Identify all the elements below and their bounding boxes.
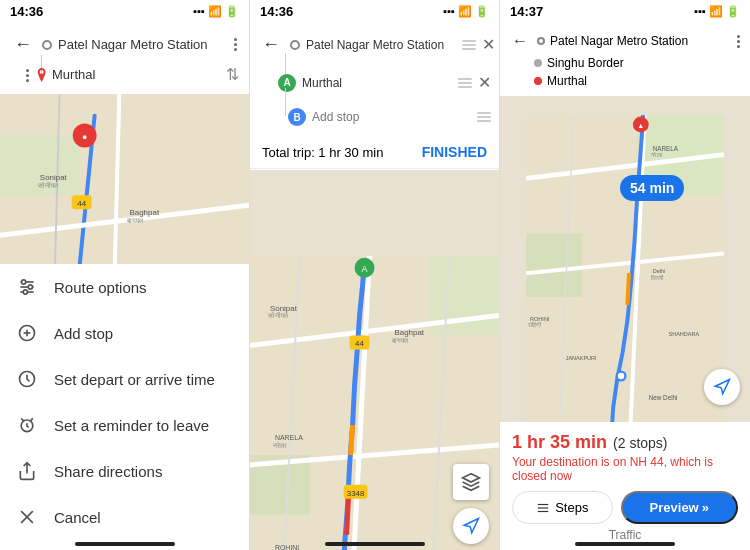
drag-handle-2 xyxy=(462,40,476,50)
svg-text:3348: 3348 xyxy=(347,489,365,498)
to-input-1[interactable] xyxy=(52,67,220,82)
clock-icon xyxy=(16,368,38,390)
from-input-2[interactable] xyxy=(306,38,456,52)
svg-text:●: ● xyxy=(82,132,87,142)
menu-addstop-label: Add stop xyxy=(54,325,113,342)
svg-text:ROHINI: ROHINI xyxy=(275,544,299,550)
to-input-2[interactable] xyxy=(302,76,452,90)
svg-text:नरेला: नरेला xyxy=(650,151,663,158)
layers-button-2[interactable] xyxy=(453,464,489,500)
nav-button-2[interactable] xyxy=(453,508,489,544)
signal-icon: ▪▪▪ xyxy=(193,5,205,17)
menu-depart-label: Set depart or arrive time xyxy=(54,371,215,388)
traffic-bar: Traffic xyxy=(512,524,738,544)
navigate-icon-3 xyxy=(713,378,731,396)
more-menu-1[interactable] xyxy=(232,36,239,53)
directions-header-2: ← ✕ A ✕ B xyxy=(250,22,499,136)
svg-text:ROHINI: ROHINI xyxy=(530,316,550,322)
more-menu-3[interactable] xyxy=(735,33,742,50)
status-icons-2: ▪▪▪ 📶 🔋 xyxy=(443,5,489,18)
preview-label: Preview xyxy=(650,500,699,515)
stop2-icon xyxy=(534,59,542,67)
svg-point-25 xyxy=(28,285,32,289)
time-2: 14:36 xyxy=(260,4,293,19)
waypoint-a: A xyxy=(278,74,296,92)
steps-button[interactable]: Steps xyxy=(512,491,613,524)
svg-text:44: 44 xyxy=(355,339,364,348)
drag-handle-4 xyxy=(477,112,491,122)
svg-text:नरेला: नरेला xyxy=(272,441,287,449)
battery-icon-3: 🔋 xyxy=(726,5,740,18)
navigate-icon-2 xyxy=(462,517,480,535)
drag-handle-3 xyxy=(458,78,472,88)
back-button-3[interactable]: ← xyxy=(508,30,532,52)
menu-reminder-label: Set a reminder to leave xyxy=(54,417,209,434)
from-input-1[interactable] xyxy=(58,37,226,52)
svg-text:NARELA: NARELA xyxy=(275,434,303,441)
status-bar-1: 14:36 ▪▪▪ 📶 🔋 xyxy=(0,0,249,22)
svg-text:Sonipat: Sonipat xyxy=(270,304,298,313)
search-header-3: ← Patel Nagar Metro Station Singhu Borde… xyxy=(500,22,750,96)
wifi-icon-2: 📶 xyxy=(458,5,472,18)
panel-right: 14:37 ▪▪▪ 📶 🔋 ← Patel Nagar Metro Statio… xyxy=(500,0,750,550)
menu-add-stop[interactable]: Add stop xyxy=(0,310,249,356)
share-icon xyxy=(16,460,38,482)
time-bubble: 54 min xyxy=(620,175,684,201)
svg-line-33 xyxy=(30,418,33,421)
menu-reminder[interactable]: Set a reminder to leave xyxy=(0,402,249,448)
from-row-1: ← xyxy=(10,28,239,61)
back-button-1[interactable]: ← xyxy=(10,32,36,57)
nav-button-3[interactable] xyxy=(704,369,740,405)
home-bar-3 xyxy=(575,542,675,546)
sliders-icon xyxy=(16,276,38,298)
svg-point-24 xyxy=(22,280,26,284)
close-dest-2[interactable]: ✕ xyxy=(478,73,491,92)
svg-text:SHAHDARA: SHAHDARA xyxy=(669,331,700,337)
home-bar-2 xyxy=(325,542,425,546)
menu-route-options[interactable]: Route options xyxy=(0,264,249,310)
svg-text:रोहिणी: रोहिणी xyxy=(528,321,543,328)
stop2-row: Singhu Border xyxy=(508,54,742,72)
panel-middle: 14:36 ▪▪▪ 📶 🔋 ← ✕ A ✕ xyxy=(250,0,500,550)
result-actions: Steps Preview » xyxy=(512,491,738,524)
svg-point-85 xyxy=(618,373,624,379)
stop3-label: Murthal xyxy=(547,74,742,88)
svg-text:New Delhi: New Delhi xyxy=(649,394,678,401)
panel-left: 14:36 ▪▪▪ 📶 🔋 ← ⇅ xyxy=(0,0,250,550)
origin-icon-2 xyxy=(290,40,300,50)
signal-icon-2: ▪▪▪ xyxy=(443,5,455,17)
menu-overlay: Route options Add stop Set depart or arr… xyxy=(0,264,249,550)
plus-circle-icon xyxy=(16,322,38,344)
to-row-1: ⇅ xyxy=(10,61,239,88)
svg-line-32 xyxy=(21,418,24,421)
battery-icon-2: 🔋 xyxy=(475,5,489,18)
time-3: 14:37 xyxy=(510,4,543,19)
search-container-1: ← ⇅ xyxy=(0,22,249,94)
swap-icon-1[interactable]: ⇅ xyxy=(226,65,239,84)
menu-route-label: Route options xyxy=(54,279,147,296)
menu-depart-time[interactable]: Set depart or arrive time xyxy=(0,356,249,402)
stop3-icon xyxy=(534,77,542,85)
stop1-label: Patel Nagar Metro Station xyxy=(550,34,730,48)
chevron-right-icon: » xyxy=(702,500,709,515)
svg-text:Baghpat: Baghpat xyxy=(394,328,424,337)
add-stop-input[interactable] xyxy=(312,110,471,124)
svg-text:बागपत: बागपत xyxy=(126,217,144,224)
svg-text:▲: ▲ xyxy=(637,122,644,130)
status-icons-3: ▪▪▪ 📶 🔋 xyxy=(694,5,740,18)
from-row-2: ← ✕ xyxy=(258,28,491,61)
back-button-2[interactable]: ← xyxy=(258,32,284,57)
add-stop-row: B xyxy=(258,104,491,130)
finished-button[interactable]: FINISHED xyxy=(422,144,487,160)
svg-marker-86 xyxy=(715,380,729,394)
trip-total-text: Total trip: 1 hr 30 min xyxy=(262,145,383,160)
menu-share[interactable]: Share directions xyxy=(0,448,249,494)
svg-text:44: 44 xyxy=(77,199,86,208)
menu-cancel[interactable]: Cancel xyxy=(0,494,249,540)
time-1: 14:36 xyxy=(10,4,43,19)
time-bubble-text: 54 min xyxy=(630,180,674,196)
signal-icon-3: ▪▪▪ xyxy=(694,5,706,17)
preview-button[interactable]: Preview » xyxy=(621,491,738,524)
close-button-2[interactable]: ✕ xyxy=(482,35,495,54)
svg-text:A: A xyxy=(362,264,368,274)
